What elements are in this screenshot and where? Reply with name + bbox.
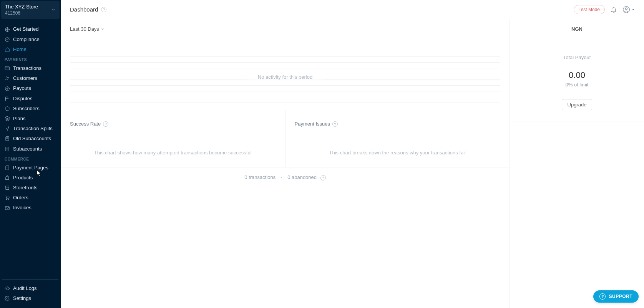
sidebar-item-settings[interactable]: Settings [2, 293, 58, 303]
help-icon[interactable]: ? [320, 175, 326, 180]
gridline [70, 56, 500, 57]
gridline [70, 51, 500, 51]
sidebar-item-orders[interactable]: Orders [0, 193, 61, 203]
svg-point-3 [6, 77, 8, 78]
success-rate-empty: This chart shows how many attempted tran… [70, 150, 276, 156]
nav-section-commerce: COMMERCE [0, 154, 61, 163]
arrow-up-circle-icon [5, 86, 10, 91]
store-switcher[interactable]: The XYZ Store 412506 [1, 1, 60, 19]
page-icon [5, 146, 10, 152]
separator-dot: · [281, 174, 282, 180]
sidebar-item-home[interactable]: Home [0, 45, 61, 55]
svg-rect-1 [5, 67, 10, 70]
sidebar-item-customers[interactable]: Customers [0, 73, 61, 83]
main: Dashboard ? Test Mode Last 30 Days [61, 0, 644, 308]
nav-section-payments: PAYMENTS [0, 55, 61, 63]
activity-card: No activity for this period [61, 39, 510, 110]
users-icon [5, 76, 10, 81]
bell-icon[interactable] [610, 6, 617, 13]
sidebar-item-disputes[interactable]: Disputes [0, 94, 61, 104]
success-rate-title: Success Rate [70, 121, 101, 127]
nav-label: Customers [13, 75, 37, 82]
upgrade-button[interactable]: Upgrade [562, 99, 593, 110]
content-main: Last 30 Days No activity for this pe [61, 19, 510, 308]
sidebar-item-audit-logs[interactable]: Audit Logs [2, 283, 58, 293]
help-icon[interactable]: ? [101, 7, 106, 12]
svg-point-20 [7, 298, 8, 299]
sidebar-item-payouts[interactable]: Payouts [0, 83, 61, 93]
nav-label: Payouts [13, 85, 31, 92]
help-icon[interactable]: ? [103, 121, 108, 127]
gridline [70, 68, 500, 68]
svg-point-22 [626, 8, 627, 10]
date-range-filter[interactable]: Last 30 Days [70, 26, 105, 32]
avatar-icon [622, 6, 630, 13]
sidebar-item-subscribers[interactable]: Subscribers [0, 104, 61, 114]
content-side: NGN Total Payout 0.00 0% of limit Upgrad… [510, 19, 644, 308]
split-icon [5, 126, 10, 131]
svg-point-17 [8, 199, 9, 200]
svg-point-19 [7, 288, 8, 289]
store-icon [5, 185, 10, 190]
caret-down-icon [632, 8, 635, 11]
nav-label: Storefronts [13, 184, 38, 191]
summary-row: 0 transactions · 0 abandoned ? [61, 167, 510, 188]
svg-point-4 [8, 77, 9, 78]
gear-icon [5, 296, 10, 301]
chevron-down-icon [51, 7, 56, 13]
mail-icon [5, 205, 10, 211]
nav-label: Disputes [13, 95, 33, 102]
nav-label: Subscribers [13, 105, 40, 112]
check-circle-icon [5, 37, 10, 42]
payment-issues-card: Payment Issues ? This chart breaks down … [285, 110, 510, 167]
nav-label: Orders [13, 194, 28, 201]
gridline [70, 62, 500, 63]
transactions-count: 0 transactions [244, 174, 276, 180]
globe-icon [5, 27, 10, 32]
payment-issues-title: Payment Issues [295, 121, 330, 127]
help-icon[interactable]: ? [332, 121, 338, 127]
support-button[interactable]: ? SUPPORT [593, 290, 639, 303]
svg-marker-7 [5, 116, 10, 119]
abandoned-count: 0 abandoned [287, 174, 317, 180]
sidebar-item-payment-pages[interactable]: Payment Pages [0, 163, 61, 173]
sidebar-item-compliance[interactable]: Compliance [0, 35, 61, 45]
nav-label: Compliance [13, 36, 40, 43]
test-mode-badge[interactable]: Test Mode [574, 5, 605, 14]
refresh-icon [5, 106, 10, 111]
gridline [70, 91, 500, 91]
layers-icon [5, 116, 10, 121]
activity-empty-text: No activity for this period [247, 74, 323, 80]
nav-footer: Audit Logs Settings [2, 279, 58, 308]
sidebar-item-old-subaccounts[interactable]: Old Subaccounts [0, 134, 61, 144]
date-range-label: Last 30 Days [70, 26, 99, 32]
svg-point-16 [6, 199, 7, 200]
nav-label: Payment Pages [13, 164, 48, 171]
nav-label: Home [13, 46, 27, 53]
help-icon: ? [599, 293, 606, 300]
nav-scroll: Get Started Compliance Home PAYMENTS Tra… [0, 19, 61, 279]
bag-icon [5, 175, 10, 180]
sidebar-item-products[interactable]: Products [0, 173, 61, 183]
nav-label: Subaccounts [13, 146, 42, 152]
svg-marker-23 [632, 9, 634, 10]
sidebar-item-invoices[interactable]: Invoices [0, 203, 61, 213]
svg-rect-14 [6, 166, 9, 170]
sidebar-item-subaccounts[interactable]: Subaccounts [0, 144, 61, 154]
gridline [70, 85, 500, 86]
svg-rect-18 [5, 206, 10, 209]
sidebar-item-storefronts[interactable]: Storefronts [0, 183, 61, 193]
user-menu[interactable] [622, 6, 635, 13]
nav-label: Get Started [13, 26, 38, 33]
sidebar: The XYZ Store 412506 Get Started Complia… [0, 0, 61, 308]
sidebar-item-get-started[interactable]: Get Started [0, 24, 61, 34]
currency-selector[interactable]: NGN [571, 26, 583, 32]
success-rate-card: Success Rate ? This chart shows how many… [61, 110, 285, 167]
sidebar-item-transactions[interactable]: Transactions [0, 63, 61, 73]
support-label: SUPPORT [609, 294, 632, 299]
payment-issues-empty: This chart breaks down the reasons why y… [295, 150, 501, 156]
sidebar-item-transaction-splits[interactable]: Transaction Splits [0, 124, 61, 134]
page-icon [5, 165, 10, 171]
sidebar-item-plans[interactable]: Plans [0, 114, 61, 124]
payout-label: Total Payout [510, 55, 644, 60]
